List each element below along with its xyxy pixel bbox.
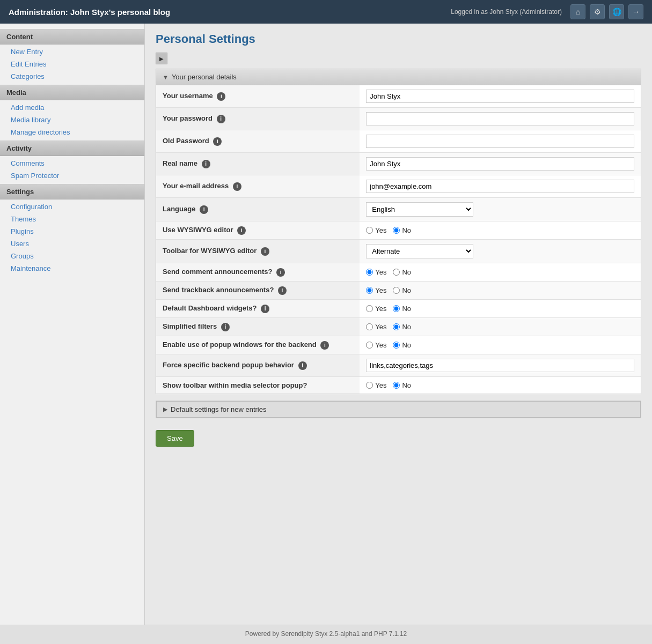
wysiwyg-yes-radio[interactable] (366, 227, 373, 234)
simplified-no-radio[interactable] (393, 323, 400, 330)
trackback-ann-yes-radio[interactable] (366, 287, 373, 294)
sidebar-item-media-library[interactable]: Media library (0, 114, 144, 126)
realname-label: Real name i (156, 153, 360, 175)
email-field[interactable] (366, 180, 634, 193)
sidebar-item-manage-directories[interactable]: Manage directories (0, 126, 144, 138)
realname-field[interactable] (366, 157, 634, 171)
old-password-info-icon[interactable]: i (213, 137, 222, 146)
password-field[interactable] (366, 112, 634, 125)
sidebar-header-media: Media (0, 85, 144, 100)
personal-details-section: ▼ Your personal details Your username i (156, 69, 641, 394)
comment-ann-info-icon[interactable]: i (276, 268, 285, 277)
save-button[interactable]: Save (156, 430, 194, 447)
dashboard-no-label[interactable]: No (393, 305, 411, 313)
main-content: Personal Settings ▶ ▼ Your personal deta… (145, 24, 652, 625)
table-row: Toolbar for WYSIWYG editor i Alternate D… (156, 240, 641, 263)
popup-info-icon[interactable]: i (320, 341, 329, 350)
table-row: Simplified filters i Yes (156, 318, 641, 336)
sidebar-item-plugins[interactable]: Plugins (0, 225, 144, 238)
trackback-ann-yes-label[interactable]: Yes (366, 286, 386, 294)
dashboard-info-icon[interactable]: i (261, 305, 269, 313)
sidebar-item-configuration[interactable]: Configuration (0, 201, 144, 213)
username-field[interactable] (366, 90, 634, 103)
trackback-ann-info-icon[interactable]: i (278, 286, 287, 295)
wysiwyg-no-radio[interactable] (393, 227, 400, 234)
dashboard-yes-radio[interactable] (366, 305, 373, 312)
sidebar-section-activity: Activity Comments Spam Protector (0, 140, 144, 182)
language-info-icon[interactable]: i (200, 205, 208, 214)
popup-label: Enable use of popup windows for the back… (156, 336, 360, 354)
toolbar-info-icon[interactable]: i (261, 247, 269, 256)
simplified-no-label[interactable]: No (393, 323, 411, 331)
sidebar-section-settings: Settings Configuration Themes Plugins Us… (0, 184, 144, 275)
table-row: Show toolbar within media selector popup… (156, 377, 641, 394)
email-info-icon[interactable]: i (233, 182, 241, 191)
gear-icon[interactable]: ⚙ (590, 4, 605, 19)
sidebar-item-edit-entries[interactable]: Edit Entries (0, 58, 144, 70)
popup-no-radio[interactable] (393, 342, 400, 349)
toolbar-select[interactable]: Alternate Default Full (366, 244, 473, 258)
language-select[interactable]: English German French Spanish (366, 202, 473, 217)
show-toolbar-yes-radio[interactable] (366, 382, 373, 389)
popup-yes-radio[interactable] (366, 342, 373, 349)
comment-ann-no-label[interactable]: No (393, 268, 411, 276)
dashboard-no-radio[interactable] (393, 305, 400, 312)
old-password-label: Old Password i (156, 130, 360, 153)
table-row: Force specific backend popup behavior i (156, 354, 641, 377)
show-toolbar-yes-label[interactable]: Yes (366, 381, 386, 389)
toolbar-label: Toolbar for WYSIWYG editor i (156, 240, 360, 263)
comment-ann-no-radio[interactable] (393, 269, 400, 276)
sidebar-item-new-entry[interactable]: New Entry (0, 46, 144, 58)
popup-no-label[interactable]: No (393, 341, 411, 349)
simplified-yes-radio[interactable] (366, 323, 373, 330)
comment-ann-yes-label[interactable]: Yes (366, 268, 386, 276)
sidebar-header-content: Content (0, 29, 144, 45)
popup-yes-label[interactable]: Yes (366, 341, 386, 349)
sidebar-item-comments[interactable]: Comments (0, 157, 144, 169)
home-icon[interactable]: ⌂ (570, 4, 585, 19)
wysiwyg-radio-group: Yes No (366, 226, 634, 234)
simplified-yes-label[interactable]: Yes (366, 323, 386, 331)
trackback-ann-no-label[interactable]: No (393, 286, 411, 294)
old-password-field[interactable] (366, 135, 634, 148)
force-popup-field[interactable] (366, 359, 634, 372)
simplified-info-icon[interactable]: i (221, 323, 230, 331)
password-info-icon[interactable]: i (217, 115, 225, 123)
sidebar-item-add-media[interactable]: Add media (0, 101, 144, 114)
username-info-icon[interactable]: i (217, 92, 225, 101)
sidebar-item-users[interactable]: Users (0, 238, 144, 250)
table-row: Your e-mail address i (156, 175, 641, 198)
show-toolbar-no-radio[interactable] (393, 382, 400, 389)
comment-ann-yes-radio[interactable] (366, 269, 373, 276)
realname-info-icon[interactable]: i (202, 160, 210, 168)
wysiwyg-yes-label[interactable]: Yes (366, 226, 386, 234)
table-row: Language i English German French Spanish (156, 198, 641, 221)
trackback-ann-label: Send trackback announcements? i (156, 282, 360, 300)
wysiwyg-no-label[interactable]: No (393, 226, 411, 234)
personal-details-header[interactable]: ▼ Your personal details (156, 69, 641, 85)
show-toolbar-radio-group: Yes No (366, 381, 634, 389)
force-popup-label: Force specific backend popup behavior i (156, 354, 360, 377)
app-title: Administration: John Styx's personal blo… (9, 8, 170, 17)
wysiwyg-info-icon[interactable]: i (237, 226, 246, 235)
sidebar-header-settings: Settings (0, 184, 144, 199)
logout-icon[interactable]: → (628, 4, 643, 19)
wysiwyg-label: Use WYSIWYG editor i (156, 221, 360, 240)
show-toolbar-no-label[interactable]: No (393, 381, 411, 389)
sidebar: Content New Entry Edit Entries Categorie… (0, 24, 145, 625)
force-popup-info-icon[interactable]: i (298, 361, 307, 370)
comment-ann-radio-group: Yes No (366, 268, 634, 276)
dashboard-yes-label[interactable]: Yes (366, 305, 386, 313)
sidebar-item-spam-protector[interactable]: Spam Protector (0, 169, 144, 182)
popup-radio-group: Yes No (366, 341, 634, 349)
sidebar-item-categories[interactable]: Categories (0, 70, 144, 83)
sidebar-item-maintenance[interactable]: Maintenance (0, 262, 144, 275)
header-right: Logged in as John Styx (Administrator) ⌂… (451, 4, 643, 19)
default-settings-header[interactable]: ▶ Default settings for new entries (156, 401, 641, 418)
sidebar-item-groups[interactable]: Groups (0, 250, 144, 262)
globe-icon[interactable]: 🌐 (609, 4, 624, 19)
trackback-ann-no-radio[interactable] (393, 287, 400, 294)
sidebar-item-themes[interactable]: Themes (0, 213, 144, 225)
table-row: Your password i (156, 108, 641, 130)
collapse-button[interactable]: ▶ (156, 53, 167, 64)
